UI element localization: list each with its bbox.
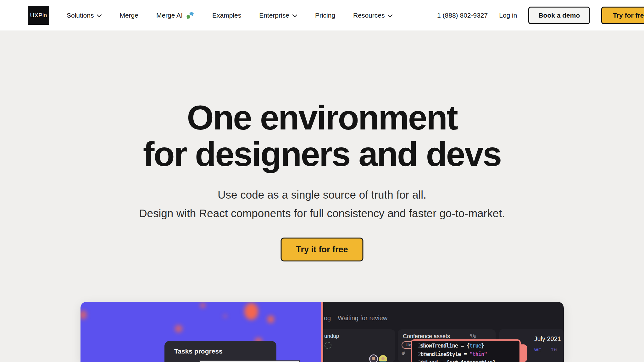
orange-blob xyxy=(200,303,205,308)
orange-blob xyxy=(175,325,182,332)
nav-item-examples[interactable]: Examples xyxy=(212,12,241,19)
book-demo-button[interactable]: Book a demo xyxy=(528,7,590,24)
orange-blob xyxy=(267,315,274,323)
calendar-day-th: TH xyxy=(551,348,557,352)
login-link[interactable]: Log in xyxy=(499,12,517,19)
hero-title-line2: for designers and devs xyxy=(0,136,644,172)
tasks-progress-title: Tasks progress xyxy=(174,348,223,355)
chevron-down-icon xyxy=(97,14,102,17)
calendar-month-label: July 2021 xyxy=(534,335,561,343)
code-editor-overlay: 202 showTrendline = {true} 203 trendline… xyxy=(411,339,521,362)
board-tab-waiting-for-review: Waiting for review xyxy=(338,315,387,322)
chevron-down-icon xyxy=(388,14,392,17)
panel-divider xyxy=(321,302,323,362)
progress-bar xyxy=(199,360,300,362)
avatar xyxy=(369,354,378,362)
orange-blob xyxy=(244,303,258,320)
code-line: 203 trendlineStyle = "thin" xyxy=(412,350,519,359)
nav-item-merge-ai[interactable]: Merge AI xyxy=(156,11,194,19)
puzzle-icon xyxy=(186,11,194,19)
uxpin-logo[interactable]: UXPin xyxy=(28,6,49,25)
nav-right-group: 1 (888) 802-9327 Log in Book a demo Try … xyxy=(437,7,644,24)
try-for-free-button[interactable]: Try for free xyxy=(601,7,644,24)
hero-subtitle-line1: Use code as a single source of truth for… xyxy=(218,189,426,201)
orange-blob xyxy=(223,314,227,318)
avatar xyxy=(378,354,388,362)
tasks-progress-card: Tasks progress xyxy=(164,341,276,362)
try-it-for-free-button[interactable]: Try it for free xyxy=(280,238,363,261)
conference-assets-title: Conference assets xyxy=(403,333,450,340)
chevron-down-icon xyxy=(292,14,297,17)
calendar-day-we: WE xyxy=(534,348,541,352)
code-line: 204 onLoad = {set interaction} xyxy=(412,359,519,362)
board-card-roundup: undup xyxy=(323,329,395,362)
nav-item-enterprise[interactable]: Enterprise xyxy=(259,12,297,19)
top-nav: UXPin Solutions Merge Merge AI Ex xyxy=(0,0,644,30)
nav-item-resources[interactable]: Resources xyxy=(353,12,392,19)
nav-item-merge[interactable]: Merge xyxy=(119,12,138,19)
nav-item-pricing[interactable]: Pricing xyxy=(315,12,335,19)
code-line: 202 showTrendline = {true} xyxy=(412,342,519,350)
hero-title: One environment for designers and devs xyxy=(0,99,644,172)
nav-item-solutions[interactable]: Solutions xyxy=(67,12,102,19)
hero-title-line1: One environment xyxy=(0,99,644,136)
task-progress-count: 7/9 xyxy=(470,334,475,338)
hero-subtitle: Use code as a single source of truth for… xyxy=(0,185,644,222)
app-preview-image: Tasks progress og Waiting for review und… xyxy=(80,302,564,362)
board-tab-partial: og xyxy=(324,315,331,322)
status-circle-icon xyxy=(325,342,331,349)
phone-link[interactable]: 1 (888) 802-9327 xyxy=(437,12,488,19)
calendar-day-headers: WE TH xyxy=(534,348,557,352)
hero-subtitle-line2: Design with React components for full co… xyxy=(139,207,505,219)
nav-links: Solutions Merge Merge AI Examples E xyxy=(67,11,392,19)
orange-blob xyxy=(80,310,87,319)
board-card-roundup-title: undup xyxy=(324,333,339,339)
attachment-count: 6 xyxy=(402,351,406,356)
uxpin-logo-text: UXPin xyxy=(30,12,47,19)
kanban-board-panel: og Waiting for review undup Conference a… xyxy=(323,302,564,362)
